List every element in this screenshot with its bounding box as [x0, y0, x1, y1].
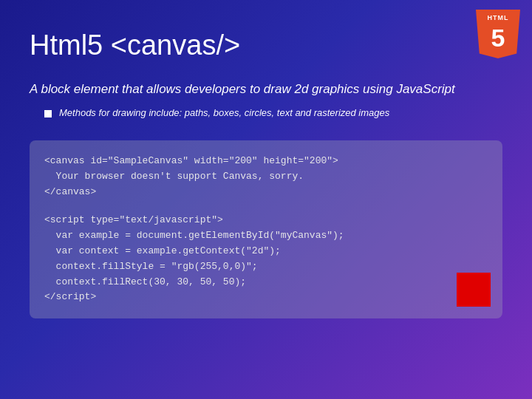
- bullet-text: Methods for drawing include: paths, boxe…: [59, 107, 389, 118]
- html5-badge-number: 5: [491, 24, 505, 52]
- bullet-item: Methods for drawing include: paths, boxe…: [44, 107, 502, 118]
- code-box: <canvas id="SampleCanvas" width="200" he…: [30, 140, 502, 318]
- page-title: Html5 <canvas/>: [30, 30, 502, 61]
- slide: HTML 5 Html5 <canvas/> A block element t…: [0, 0, 532, 399]
- html5-badge: HTML 5: [474, 7, 522, 61]
- subtitle-text: A block element that allows developers t…: [30, 82, 502, 97]
- code-block-1: <canvas id="SampleCanvas" width="200" he…: [44, 154, 488, 200]
- code-block-2: <script type="text/javascript"> var exam…: [44, 213, 488, 305]
- html5-badge-label: HTML: [476, 14, 520, 21]
- html5-badge-inner: HTML 5: [476, 10, 520, 58]
- bullet-icon: [44, 110, 52, 117]
- red-rect-preview: [457, 273, 491, 307]
